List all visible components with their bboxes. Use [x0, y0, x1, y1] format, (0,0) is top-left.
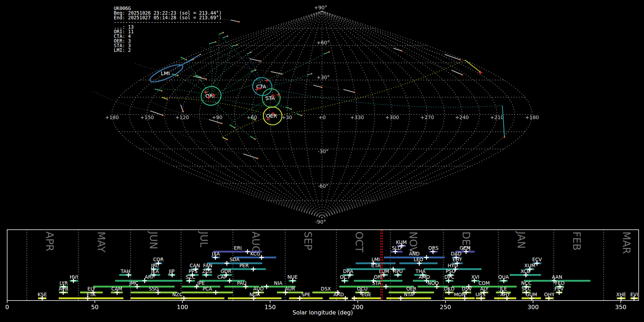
meteor-endpoint-dot	[401, 50, 402, 52]
meteor-path-extension	[221, 60, 271, 72]
meteor-endpoint-dot	[459, 59, 461, 60]
shower-code-label-FED: FED	[555, 280, 565, 286]
shower-code-label-SLD: SLD	[392, 245, 401, 251]
shower-code-label-DPC: DPC	[444, 274, 454, 280]
shower-code-label-ERI: ERI	[234, 245, 242, 251]
shower-max-cross-EGE	[352, 296, 357, 301]
shower-code-label-SZC: SZC	[186, 274, 195, 280]
dec-axis-label: +60°	[317, 40, 330, 45]
shower-max-cross-STA	[384, 284, 388, 289]
shower-code-label-JXA: JXA	[211, 251, 220, 257]
meteor-path-extension	[273, 60, 465, 116]
shower-code-label-ARI: ARI	[145, 274, 153, 280]
month-label: NOV	[407, 231, 419, 254]
shower-code-label-STA: STA	[372, 280, 381, 286]
meteor-endpoint-dot	[186, 59, 187, 60]
shower-max-cross-NTA	[399, 296, 403, 301]
meteor-path-extension	[262, 87, 502, 107]
shower-code-label-XHE: XHE	[616, 292, 626, 297]
meteor-endpoint-dot	[254, 138, 256, 140]
ra-axis-label: +30	[282, 114, 292, 120]
shower-code-label-XCB: XCB	[521, 268, 530, 274]
shower-max-cross-PER	[251, 267, 256, 272]
header-line: LMI: 2	[114, 48, 222, 53]
meteor-path-extension	[211, 46, 232, 96]
shower-code-label-AUD: AUD	[253, 286, 264, 292]
shower-code-label-NTA: NTA	[404, 292, 414, 297]
shower-code-label-CAN: CAN	[190, 263, 200, 268]
ra-axis-label: +150	[140, 114, 154, 120]
x-tick-label: 0	[5, 304, 9, 311]
meteor-endpoint-dot	[250, 52, 252, 53]
shower-code-label-ELY: ELY	[87, 286, 96, 292]
ra-axis-label: +300	[385, 114, 399, 120]
ra-axis-label: +0	[318, 114, 326, 120]
shower-code-label-KUM: KUM	[396, 239, 407, 245]
shower-bar-ETA	[59, 297, 123, 299]
meteor-trail	[271, 72, 282, 74]
shower-bar-PCA	[182, 292, 233, 293]
meteor-path-extension	[211, 96, 286, 107]
meteor-trail	[250, 136, 255, 139]
meteor-trail	[324, 52, 329, 54]
shower-code-label-SPE: SPE	[301, 292, 310, 297]
month-label: JUN	[147, 231, 159, 249]
shower-max-cross-AND	[424, 255, 429, 260]
meteor-endpoint-dot	[257, 158, 258, 159]
shower-code-label-OER: OER	[406, 286, 416, 292]
meteor-endpoint-dot	[236, 44, 238, 45]
shower-code-label-ECV: ECV	[532, 257, 542, 262]
shower-code-label-JPE: JPE	[197, 280, 205, 286]
shower-code-label-AUR: AUR	[285, 286, 295, 292]
meteor-path-extension	[358, 37, 394, 49]
dec-axis-label: +30°	[317, 74, 330, 80]
shower-bars: KUMERISLDORSGEMJXAKCGANDDADCORSDALMILEOE…	[38, 239, 638, 301]
shower-code-label-JEA: JEA	[151, 268, 159, 274]
meteor-path-extension	[277, 75, 314, 85]
shower-code-label-FEV: FEV	[555, 286, 564, 292]
meteor-path-extension	[94, 92, 151, 111]
meteor-endpoint-dot	[205, 78, 207, 80]
shower-bar-JPE	[182, 286, 220, 288]
shower-code-label-OCU: OCU	[357, 286, 368, 292]
x-axis-title: Solar longitude (deg)	[293, 309, 353, 316]
meteor-endpoint-dot	[328, 51, 330, 53]
shower-code-label-NZC: NZC	[172, 292, 183, 297]
south-pole-label: -90°	[315, 219, 326, 225]
shower-code-label-MON: MON	[454, 292, 465, 297]
ra-axis-label: +270	[420, 114, 434, 120]
shower-max-cross-SDA	[225, 261, 229, 265]
shower-code-label-LEO: LEO	[414, 257, 423, 262]
shower-code-label-HVI: HVI	[70, 274, 78, 280]
meteor-trail	[394, 48, 401, 51]
shower-code-label-AND: AND	[409, 251, 420, 257]
ra-axis-label: +180	[525, 114, 539, 120]
shower-code-label-TAH: TAH	[120, 268, 130, 274]
ra-axis-label: +210	[490, 114, 504, 120]
meteor-endpoint-dot	[234, 127, 235, 128]
plot-canvas: +180+150+120+90+60+30+0+330+300+270+240+…	[0, 0, 644, 322]
month-label: MAR	[620, 231, 632, 254]
shower-max-cross-CAP	[227, 278, 232, 283]
shower-code-label-OCT: OCT	[340, 274, 350, 280]
meteor-path-extension	[179, 133, 243, 154]
x-tick-label: 100	[177, 304, 188, 311]
shower-bar-SPE	[289, 297, 323, 299]
shower-code-label-LMI: LMI	[371, 257, 380, 262]
meteor-endpoint-dot	[221, 123, 223, 124]
meteor-endpoint-dot	[462, 74, 463, 75]
meteor-trail	[223, 36, 228, 38]
meteor-endpoint-dot	[321, 87, 322, 88]
shower-code-label-FAN: FAN	[203, 263, 213, 268]
month-label: JUL	[198, 231, 210, 248]
shower-code-label-ZCS: ZCS	[202, 268, 212, 274]
month-label: MAY	[95, 231, 107, 253]
shower-code-label-DAD: DAD	[451, 251, 462, 257]
meteor-trail	[178, 59, 193, 67]
ra-axis-label: +120	[175, 114, 189, 120]
x-tick-label: 150	[264, 304, 276, 311]
meteor-trail	[231, 20, 239, 22]
meteor-endpoint-dot	[177, 75, 179, 76]
shower-code-label-AVB: AVB	[59, 286, 68, 292]
current-sol-marker	[381, 230, 382, 301]
